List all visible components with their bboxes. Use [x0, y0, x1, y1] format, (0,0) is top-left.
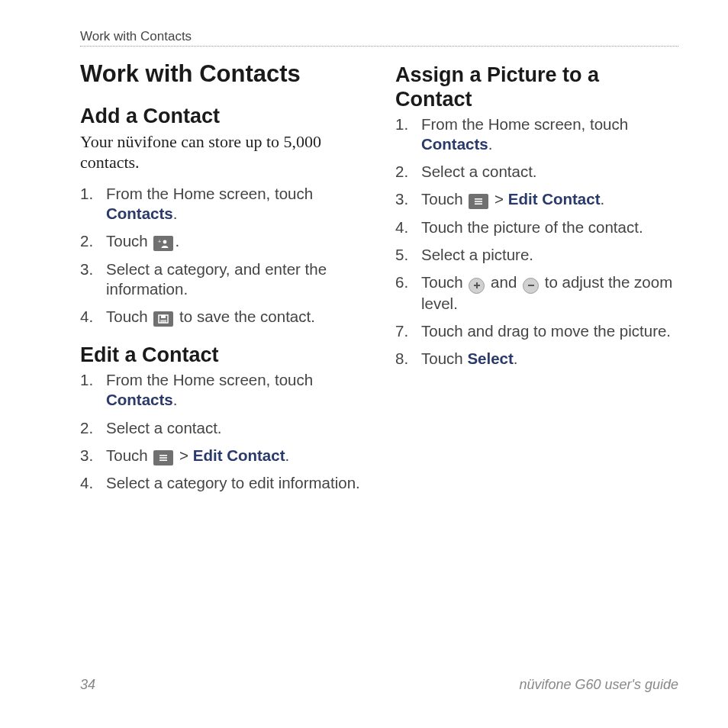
step-text: . — [285, 446, 290, 464]
assign-picture-steps: From the Home screen, touch Contacts. Se… — [395, 114, 678, 369]
save-disk-icon — [153, 311, 173, 327]
svg-rect-7 — [159, 459, 167, 461]
step-text: Touch — [421, 350, 467, 367]
list-item: Select a picture. — [395, 245, 678, 265]
step-text: to save the contact. — [175, 308, 314, 325]
contacts-link-text: Contacts — [421, 135, 488, 153]
page-content: Work with Contacts Work with Contacts Ad… — [0, 0, 728, 548]
step-text: . — [173, 205, 178, 222]
step-text: Touch — [421, 273, 467, 291]
right-column: Assign a Picture to a Contact From the H… — [395, 60, 678, 510]
step-text: Touch — [421, 190, 467, 208]
select-link-text: Select — [467, 350, 513, 367]
step-text: From the Home screen, touch — [106, 185, 313, 202]
svg-point-1 — [163, 240, 167, 244]
step-text: Touch — [106, 308, 152, 325]
edit-contact-steps: From the Home screen, touch Contacts. Se… — [80, 370, 363, 493]
svg-rect-3 — [161, 315, 166, 318]
svg-rect-12 — [474, 285, 480, 286]
step-text: Touch and drag to move the picture. — [421, 322, 671, 340]
step-text: > — [490, 190, 507, 208]
list-item: Touch and to adjust the zoom level. — [395, 272, 678, 314]
svg-rect-8 — [475, 198, 482, 200]
svg-rect-4 — [160, 320, 166, 323]
page-header: Work with Contacts — [80, 29, 678, 47]
contacts-link-text: Contacts — [106, 391, 173, 408]
list-item: Touch > Edit Contact. — [80, 446, 363, 465]
zoom-out-icon — [523, 278, 539, 294]
step-text: Select a category, and enter the informa… — [106, 260, 327, 298]
list-item: From the Home screen, touch Contacts. — [80, 370, 363, 410]
page-footer: 34 nüvifone G60 user's guide — [80, 677, 678, 693]
svg-rect-10 — [475, 204, 482, 205]
step-text: . — [601, 190, 605, 208]
add-contact-icon: + — [153, 236, 173, 251]
add-contact-intro: Your nüvifone can store up to 5,000 cont… — [80, 131, 363, 173]
header-section-label: Work with Contacts — [80, 29, 192, 43]
content-columns: Work with Contacts Add a Contact Your nü… — [80, 60, 678, 510]
svg-rect-5 — [159, 455, 167, 456]
step-text: Select a picture. — [421, 246, 533, 263]
step-text: Select a contact. — [106, 419, 222, 436]
list-item: Touch Select. — [395, 349, 678, 369]
edit-contact-title: Edit a Contact — [80, 343, 363, 368]
chapter-title: Work with Contacts — [80, 60, 363, 88]
step-text: Select a category to edit information. — [106, 474, 360, 491]
step-text: . — [173, 391, 178, 408]
step-text: > — [175, 446, 192, 464]
step-text: and — [486, 273, 521, 291]
menu-icon — [469, 194, 488, 209]
list-item: From the Home screen, touch Contacts. — [395, 114, 678, 154]
edit-contact-link-text: Edit Contact — [193, 446, 285, 464]
step-text: Select a contact. — [421, 163, 537, 180]
step-text: From the Home screen, touch — [421, 115, 628, 133]
page-number: 34 — [80, 677, 95, 693]
list-item: Touch > Edit Contact. — [395, 189, 678, 209]
svg-text:+: + — [158, 239, 161, 244]
list-item: From the Home screen, touch Contacts. — [80, 184, 363, 224]
add-contact-title: Add a Contact — [80, 105, 363, 129]
step-text: Touch — [106, 232, 152, 250]
zoom-in-icon — [469, 278, 485, 294]
menu-icon — [153, 450, 173, 465]
step-text: . — [514, 350, 518, 367]
list-item: Select a contact. — [395, 162, 678, 182]
svg-rect-6 — [159, 457, 167, 459]
edit-contact-link-text: Edit Contact — [508, 190, 601, 208]
left-column: Work with Contacts Add a Contact Your nü… — [80, 60, 363, 510]
step-text: . — [175, 232, 179, 250]
step-text: Touch — [106, 446, 152, 464]
list-item: Select a category, and enter the informa… — [80, 259, 363, 299]
step-text: Touch the picture of the contact. — [421, 218, 643, 236]
list-item: Touch the picture of the contact. — [395, 217, 678, 237]
doc-title: nüvifone G60 user's guide — [519, 677, 678, 693]
list-item: Select a contact. — [80, 418, 363, 438]
assign-picture-title: Assign a Picture to a Contact — [395, 63, 678, 112]
list-item: Touch +. — [80, 231, 363, 251]
svg-rect-9 — [475, 201, 482, 203]
svg-rect-13 — [528, 285, 534, 286]
list-item: Touch to save the contact. — [80, 307, 363, 327]
list-item: Select a category to edit information. — [80, 473, 363, 493]
step-text: From the Home screen, touch — [106, 371, 313, 388]
contacts-link-text: Contacts — [106, 205, 173, 222]
add-contact-steps: From the Home screen, touch Contacts. To… — [80, 184, 363, 327]
list-item: Touch and drag to move the picture. — [395, 321, 678, 341]
step-text: . — [488, 135, 493, 153]
